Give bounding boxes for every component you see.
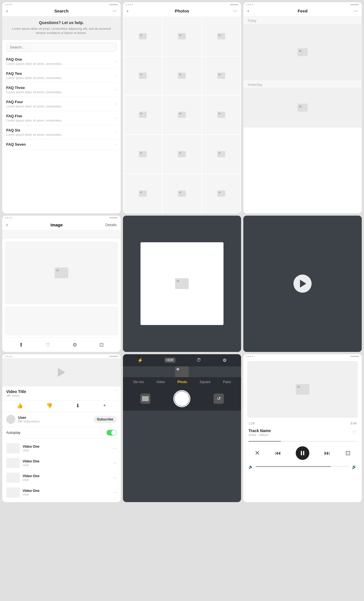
flip-icon: ↺ [217, 396, 221, 401]
faq-one-sub: Lorem ipsum dolor sit amet, consectetur. [6, 62, 115, 65]
video-list-user: User [23, 449, 39, 452]
volume-bar[interactable] [256, 466, 350, 467]
faq-item[interactable]: FAQ Four Lorem ipsum dolor sit amet, con… [6, 97, 117, 111]
search-nav: ‹ Search ··· [2, 6, 121, 16]
prev-icon[interactable]: ⏮ [275, 449, 281, 457]
photo-cell[interactable] [163, 56, 201, 95]
photo-cell[interactable] [202, 135, 241, 174]
photo-cell[interactable] [124, 174, 162, 213]
heart-icon[interactable]: ♡ [46, 342, 50, 348]
chevron-down-icon[interactable]: ˅ [115, 389, 117, 394]
camera-mode-pano[interactable]: Pano [223, 380, 231, 384]
back-icon[interactable]: ‹ [6, 8, 8, 14]
photo-cell[interactable] [124, 95, 162, 134]
flash-icon[interactable]: ⚡ [137, 358, 143, 363]
faq-item[interactable]: FAQ Seven › [6, 139, 117, 150]
photo-cell[interactable] [124, 135, 162, 174]
feed-today-image[interactable] [243, 24, 362, 80]
video-list-item[interactable]: Video One User ··· [2, 470, 121, 485]
youtube-screen: Video Title ˅ 2M Views 👍 👎 ⬇ + User 8M [2, 354, 121, 502]
video-list-title: Video One [23, 445, 39, 449]
more-icon[interactable]: ··· [113, 446, 116, 451]
camera-mode-square[interactable]: Square [199, 380, 210, 384]
more-icon[interactable]: ··· [113, 460, 116, 466]
shuffle-icon[interactable]: ✕ [255, 449, 260, 457]
sliders-icon[interactable]: ⚙ [73, 342, 77, 348]
more-icon[interactable]: ··· [113, 490, 116, 495]
photo-cell[interactable] [124, 56, 162, 95]
download-button[interactable]: ⬇ [76, 403, 80, 409]
faq-item[interactable]: FAQ One Lorem ipsum dolor sit amet, cons… [6, 54, 117, 69]
more-icon[interactable]: ··· [113, 475, 116, 480]
faq-item[interactable]: FAQ Six Lorem ipsum dolor sit amet, cons… [6, 125, 117, 139]
camera-library-button[interactable] [140, 394, 150, 404]
like-button[interactable]: 👍 [17, 403, 23, 409]
faq-list: FAQ One Lorem ipsum dolor sit amet, cons… [2, 54, 121, 150]
pause-button[interactable] [296, 446, 309, 460]
photo-placeholder-icon [217, 73, 225, 79]
more-icon[interactable]: ··· [112, 8, 117, 14]
camera-mode-photo[interactable]: Photo [177, 380, 187, 384]
photo-cell[interactable] [202, 17, 241, 56]
photo-cell[interactable] [163, 135, 201, 174]
photo-cell[interactable] [163, 17, 201, 56]
camera-flip-button[interactable]: ↺ [214, 394, 224, 404]
details-link[interactable]: Details [105, 223, 117, 227]
photo-viewer-frame [141, 242, 223, 325]
subscribe-button[interactable]: Subscribe [93, 416, 117, 423]
status-dots [246, 356, 253, 357]
faq-six-title: FAQ Six [6, 128, 115, 132]
camera-mode-slomo[interactable]: Slo-mo [133, 380, 144, 384]
share-icon[interactable]: ⬆ [19, 342, 23, 348]
image-toolbar: ⬆ ♡ ⚙ ⊡ [2, 337, 121, 352]
repeat-icon[interactable]: ⊡ [345, 449, 350, 457]
search-nav-title: Search [54, 9, 69, 13]
status-bar-line [350, 356, 359, 357]
feed-nav-title: Feed [298, 9, 308, 13]
photo-cell[interactable] [124, 17, 162, 56]
play-button[interactable] [293, 275, 312, 293]
next-icon[interactable]: ⏭ [324, 449, 330, 457]
music-progress-bar[interactable] [248, 441, 357, 442]
photo-cell[interactable] [163, 174, 201, 213]
add-button[interactable]: + [103, 403, 106, 409]
photo-cell[interactable] [163, 95, 201, 134]
video-list-item[interactable]: Video One User ··· [2, 485, 121, 500]
music-time-remaining: -3:04 [350, 422, 357, 425]
heart-icon[interactable]: ♡ [352, 430, 357, 436]
feed-yesterday-image[interactable] [243, 88, 362, 128]
photo-cell[interactable] [202, 56, 241, 95]
autoplay-toggle[interactable] [107, 430, 117, 436]
more-icon[interactable]: ··· [354, 8, 358, 14]
photo-cell[interactable] [202, 174, 241, 213]
back-icon[interactable]: ‹ [127, 8, 129, 14]
status-dots [5, 4, 12, 5]
faq-item[interactable]: FAQ Two Lorem ipsum dolor sit amet, cons… [6, 69, 117, 83]
timer-icon[interactable]: ⏱ [197, 358, 201, 363]
status-dots [126, 4, 133, 5]
volume-high-icon: 🔊 [352, 464, 357, 469]
status-bar-line [109, 217, 118, 218]
shutter-button[interactable] [173, 390, 190, 407]
channel-row: User 8M Subscribers Subscribe [2, 412, 121, 427]
video-thumbnail[interactable] [2, 358, 121, 386]
shutter-inner [174, 391, 189, 406]
camera-mode-video[interactable]: Video [156, 380, 165, 384]
faq-item[interactable]: FAQ Five Lorem ipsum dolor sit amet, con… [6, 111, 117, 125]
video-info: Video Title ˅ 2M Views [2, 386, 121, 400]
hdr-button[interactable]: HDR [165, 358, 175, 363]
photo-viewer-screen [123, 216, 241, 352]
video-thumb [6, 443, 20, 453]
more-icon[interactable]: ··· [233, 8, 237, 14]
video-list-item[interactable]: Video One User ··· [2, 456, 121, 470]
crop-icon[interactable]: ⊡ [99, 342, 104, 348]
back-icon[interactable]: ‹ [247, 8, 249, 14]
dislike-button[interactable]: 👎 [46, 403, 52, 409]
photo-cell[interactable] [202, 95, 241, 134]
channel-name: User [18, 415, 40, 420]
image-placeholder-icon [297, 104, 308, 112]
video-list-item[interactable]: Video One User ··· [2, 441, 121, 456]
search-input[interactable] [6, 43, 117, 52]
faq-item[interactable]: FAQ Three Lorem ipsum dolor sit amet, co… [6, 83, 117, 97]
settings-icon[interactable]: ⚙ [223, 358, 227, 363]
